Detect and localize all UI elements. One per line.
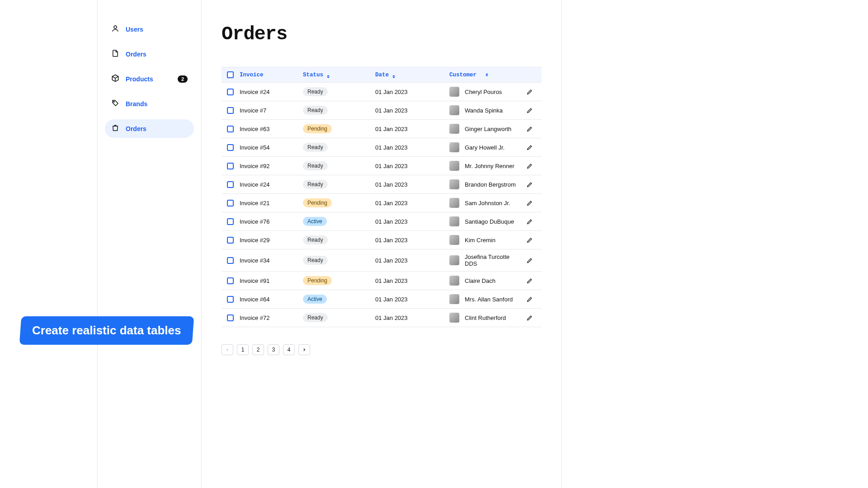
page-button-3[interactable]: 3 (268, 344, 279, 355)
table-row: Invoice #54Ready01 Jan 2023Gary Howell J… (222, 138, 542, 157)
avatar (449, 216, 459, 226)
table-row: Invoice #29Ready01 Jan 2023Kim Cremin (222, 231, 542, 249)
status-badge: Active (303, 295, 327, 304)
sidebar-item-label: Users (126, 26, 143, 33)
invoice-cell: Invoice #34 (240, 257, 303, 264)
invoice-cell: Invoice #29 (240, 237, 303, 244)
status-badge: Pending (303, 198, 332, 207)
customer-name: Josefina Turcotte DDS (465, 253, 523, 267)
page-button-1[interactable]: 1 (237, 344, 249, 355)
customer-name: Gary Howell Jr. (465, 144, 505, 151)
status-badge: Ready (303, 180, 328, 189)
col-header-customer[interactable]: Customer (449, 72, 523, 78)
date-cell: 01 Jan 2023 (375, 218, 449, 225)
table-row: Invoice #24Ready01 Jan 2023Brandon Bergs… (222, 175, 542, 194)
date-cell: 01 Jan 2023 (375, 107, 449, 114)
page-button-2[interactable]: 2 (252, 344, 264, 355)
sidebar-item-label: Orders (126, 125, 146, 132)
col-header-date[interactable]: Date (375, 72, 449, 78)
status-badge: Ready (303, 256, 328, 265)
row-checkbox[interactable] (227, 200, 234, 206)
invoice-cell: Invoice #76 (240, 218, 303, 225)
row-checkbox[interactable] (227, 163, 234, 169)
avatar (449, 276, 459, 286)
customer-name: Claire Dach (465, 277, 495, 284)
row-checkbox[interactable] (227, 257, 234, 264)
page-next-button[interactable] (298, 344, 310, 355)
status-badge: Pending (303, 124, 332, 133)
invoice-cell: Invoice #7 (240, 107, 303, 114)
sidebar-item-label: Brands (126, 100, 147, 108)
table-header: Invoice Status Date Customer (222, 67, 542, 83)
invoice-cell: Invoice #92 (240, 163, 303, 169)
row-checkbox[interactable] (227, 237, 234, 244)
customer-name: Brandon Bergstrom (465, 181, 516, 188)
select-all-checkbox[interactable] (227, 71, 234, 78)
date-cell: 01 Jan 2023 (375, 144, 449, 151)
row-checkbox[interactable] (227, 181, 234, 188)
row-checkbox[interactable] (227, 277, 234, 284)
table-row: Invoice #76Active01 Jan 2023Santiago DuB… (222, 212, 542, 231)
row-checkbox[interactable] (227, 89, 234, 95)
table-row: Invoice #72Ready01 Jan 2023Clint Rutherf… (222, 309, 542, 327)
invoice-cell: Invoice #91 (240, 277, 303, 284)
sidebar-item-orders[interactable]: Orders (105, 119, 194, 138)
page-prev-button[interactable] (222, 344, 233, 355)
invoice-cell: Invoice #54 (240, 144, 303, 151)
sidebar-item-products[interactable]: Products2 (105, 70, 194, 88)
invoice-cell: Invoice #24 (240, 89, 303, 95)
avatar (449, 255, 459, 265)
page-button-4[interactable]: 4 (283, 344, 295, 355)
row-checkbox[interactable] (227, 218, 234, 225)
badge: 2 (178, 75, 188, 83)
edit-icon[interactable] (526, 89, 533, 95)
edit-icon[interactable] (526, 296, 533, 303)
edit-icon[interactable] (526, 126, 533, 132)
row-checkbox[interactable] (227, 126, 234, 132)
edit-icon[interactable] (526, 257, 533, 264)
table-row: Invoice #7Ready01 Jan 2023Wanda Spinka (222, 101, 542, 120)
row-checkbox[interactable] (227, 314, 234, 321)
status-badge: Active (303, 217, 327, 226)
edit-icon[interactable] (526, 314, 533, 321)
date-cell: 01 Jan 2023 (375, 200, 449, 206)
status-badge: Ready (303, 143, 328, 152)
row-checkbox[interactable] (227, 144, 234, 151)
svg-point-0 (114, 26, 117, 28)
edit-icon[interactable] (526, 218, 533, 225)
box-icon (111, 74, 119, 84)
sort-icon (392, 75, 395, 78)
sidebar-item-label: Products (126, 75, 153, 83)
date-cell: 01 Jan 2023 (375, 296, 449, 303)
edit-icon[interactable] (526, 144, 533, 151)
edit-icon[interactable] (526, 277, 533, 284)
table-row: Invoice #24Ready01 Jan 2023Cheryl Pouros (222, 83, 542, 101)
customer-name: Sam Johnston Jr. (465, 200, 510, 206)
invoice-cell: Invoice #64 (240, 296, 303, 303)
edit-icon[interactable] (526, 163, 533, 169)
avatar (449, 142, 459, 152)
table-row: Invoice #92Ready01 Jan 2023Mr. Johnny Re… (222, 157, 542, 175)
sidebar-item-brands[interactable]: Brands (105, 94, 194, 113)
sidebar-item-orders[interactable]: Orders (105, 45, 194, 63)
avatar (449, 235, 459, 245)
col-header-status[interactable]: Status (303, 72, 375, 78)
edit-icon[interactable] (526, 237, 533, 244)
row-checkbox[interactable] (227, 296, 234, 303)
avatar (449, 124, 459, 134)
avatar (449, 161, 459, 171)
edit-icon[interactable] (526, 200, 533, 206)
date-cell: 01 Jan 2023 (375, 181, 449, 188)
date-cell: 01 Jan 2023 (375, 126, 449, 132)
row-checkbox[interactable] (227, 107, 234, 114)
date-cell: 01 Jan 2023 (375, 237, 449, 244)
user-icon (111, 24, 119, 34)
col-header-invoice[interactable]: Invoice (240, 72, 303, 78)
edit-icon[interactable] (526, 107, 533, 114)
sidebar-item-users[interactable]: Users (105, 20, 194, 38)
edit-icon[interactable] (526, 181, 533, 188)
table-row: Invoice #63Pending01 Jan 2023Ginger Lang… (222, 120, 542, 138)
page-title: Orders (222, 23, 542, 45)
customer-name: Mr. Johnny Renner (465, 163, 514, 169)
svg-point-1 (113, 101, 114, 102)
